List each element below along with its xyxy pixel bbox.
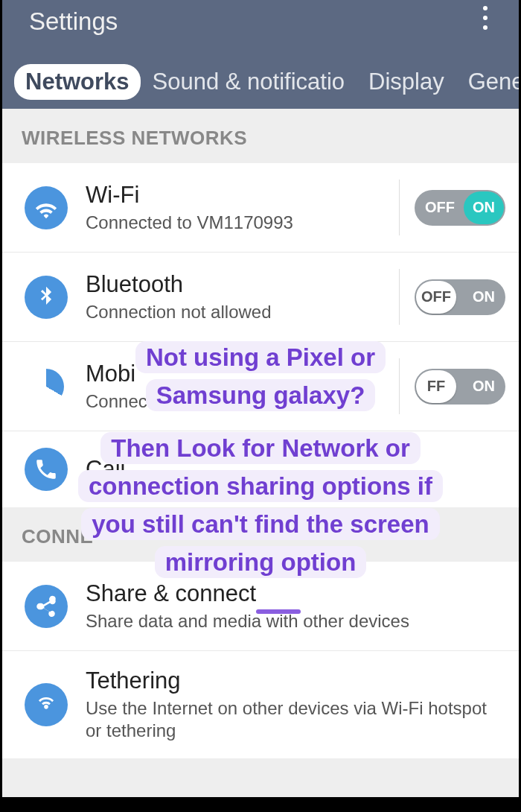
wifi-toggle[interactable]: OFF ON [415, 190, 505, 226]
section-header-wireless: WIRELESS NETWORKS [2, 109, 519, 163]
annotation-connector [256, 609, 301, 614]
wifi-icon [25, 186, 68, 229]
row-subtitle: Connection not allowed [86, 301, 399, 323]
annotation-overlay-2: Then Look for Network or connection shar… [60, 429, 461, 582]
tab-display[interactable]: Display [357, 63, 456, 101]
annotation-overlay-1: Not using a Pixel or Samsung galaxy? [97, 338, 424, 414]
row-title: Tethering [86, 667, 505, 694]
row-title: Bluetooth [86, 271, 399, 298]
app-header: Settings Networks Sound & notificatio Di… [2, 0, 519, 109]
share-icon [25, 585, 68, 628]
tab-bar: Networks Sound & notificatio Display Gen… [2, 63, 519, 101]
bluetooth-icon [25, 276, 68, 319]
toggle-on-label: ON [473, 288, 495, 305]
row-title: Share & connect [86, 580, 505, 607]
bottom-bezel [0, 797, 521, 812]
toggle-off-label: OFF [425, 199, 455, 216]
page-title: Settings [29, 7, 118, 36]
tab-general[interactable]: General [456, 63, 519, 101]
annotation-text-2: Then Look for Network or connection shar… [78, 432, 443, 578]
more-menu-icon[interactable] [477, 0, 493, 36]
mobile-data-icon [25, 365, 68, 408]
row-bluetooth[interactable]: Bluetooth Connection not allowed OFF ON [2, 253, 519, 342]
toggle-on-label: ON [473, 378, 495, 395]
row-subtitle: Connected to VM1170993 [86, 212, 399, 234]
row-subtitle: Use the Internet on other devices via Wi… [86, 697, 505, 742]
tab-sound[interactable]: Sound & notificatio [141, 63, 357, 101]
annotation-text-1: Not using a Pixel or Samsung galaxy? [135, 341, 386, 411]
bluetooth-toggle[interactable]: OFF ON [415, 279, 505, 315]
mobile-data-toggle[interactable]: FF ON [415, 369, 505, 405]
row-tethering[interactable]: Tethering Use the Internet on other devi… [2, 651, 519, 758]
connectivity-list: Share & connect Share data and media wit… [2, 562, 519, 758]
row-wifi[interactable]: Wi-Fi Connected to VM1170993 OFF ON [2, 163, 519, 253]
toggle-off-label: OFF [416, 281, 456, 314]
toggle-on-label: ON [464, 191, 504, 224]
tab-networks[interactable]: Networks [14, 64, 141, 100]
tethering-icon [25, 683, 68, 726]
row-title: Wi-Fi [86, 182, 399, 209]
